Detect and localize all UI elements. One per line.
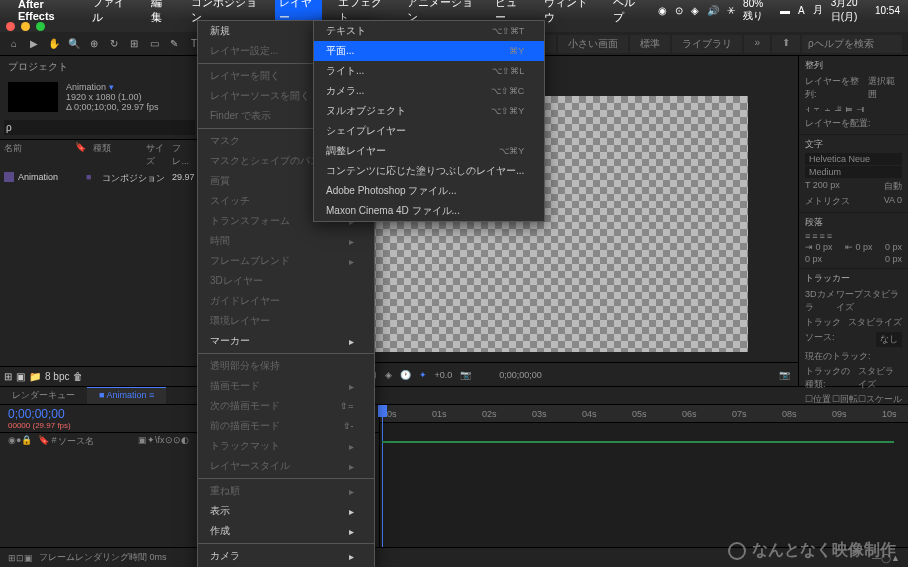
align-right-icon[interactable]: ⫠ [823,104,832,114]
font-dropdown[interactable]: Helvetica Neue [805,153,902,165]
workspace-small[interactable]: 小さい画面 [558,35,628,53]
volume-icon: 🔊 [707,5,719,16]
wifi-icon: ⊙ [675,5,683,16]
selection-tool-icon[interactable]: ▶ [26,36,42,52]
menu-file[interactable]: ファイル [88,0,135,27]
tl-mode-icon[interactable]: ▣ [24,553,33,563]
viewer-time[interactable]: 0;00;00;00 [499,370,542,380]
workspace-library[interactable]: ライブラリ [672,35,742,53]
menu-item[interactable]: 表示▸ [198,501,374,521]
submenu-item[interactable]: Maxon Cinema 4D ファイル... [314,201,544,221]
menu-item: 3Dレイヤー [198,271,374,291]
watermark: なんとなく映像制作 [728,540,896,561]
folder-icon[interactable]: ⊞ [4,371,12,382]
adjust-icon[interactable]: ✦ [419,370,427,380]
menu-item[interactable]: マーカー▸ [198,331,374,351]
transparency-icon[interactable]: ◈ [385,370,392,380]
new-folder-icon[interactable]: 📁 [29,371,41,382]
ime-icon: A [798,5,805,16]
maximize-icon[interactable] [36,22,45,31]
tab-animation[interactable]: ■ Animation ≡ [87,387,166,404]
comp-thumbnail[interactable] [8,82,58,112]
tl-graph-icon[interactable]: ⊡ [16,553,24,563]
submenu-item[interactable]: シェイプレイヤー [314,121,544,141]
justify-right-icon[interactable]: ≡ [820,231,825,241]
menu-item: 重ね順▸ [198,481,374,501]
camera-icon[interactable]: 📷 [779,370,790,380]
menu-item: 時間▸ [198,231,374,251]
align-bottom-icon[interactable]: ⫣ [856,104,865,114]
watermark-icon [728,542,746,560]
col-type[interactable]: 種類 [93,142,146,168]
minimize-icon[interactable] [21,22,30,31]
exposure[interactable]: +0.0 [435,370,453,380]
timecode-icon[interactable]: 🕐 [400,370,411,380]
submenu-item[interactable]: コンテンツに応じた塗りつぶしのレイヤー... [314,161,544,181]
pen-tool-icon[interactable]: ✎ [166,36,182,52]
new-comp-icon[interactable]: ▣ [16,371,25,382]
align-vcenter-icon[interactable]: ⫢ [845,104,854,114]
trash-icon[interactable]: 🗑 [73,371,83,382]
home-icon[interactable]: ⌂ [6,36,22,52]
align-panel-title: 整列 [805,59,902,72]
menu-item[interactable]: 作成▸ [198,521,374,541]
col-fr[interactable]: フレ... [172,142,195,168]
rotate-tool-icon[interactable]: ↻ [106,36,122,52]
menu-edit[interactable]: 編集 [147,0,175,27]
tracker-panel-title: トラッカー [805,272,902,285]
snapshot-icon[interactable]: 📷 [460,370,471,380]
submenu-item[interactable]: 調整レイヤー⌥⌘Y [314,141,544,161]
time: 10:54 [875,5,900,16]
tab-render-queue[interactable]: レンダーキュー [0,387,87,404]
menu-item: トラックマット▸ [198,436,374,456]
hand-tool-icon[interactable]: ✋ [46,36,62,52]
status-icon: ◉ [658,5,667,16]
submenu-item[interactable]: テキスト⌥⇧⌘T [314,21,544,41]
col-name[interactable]: 名前 [4,142,75,168]
submenu-item[interactable]: カメラ...⌥⇧⌘C [314,81,544,101]
submenu-item[interactable]: ヌルオブジェクト⌥⇧⌘Y [314,101,544,121]
frame-count: 00000 (29.97 fps) [8,421,71,430]
work-area-bar[interactable] [382,441,894,443]
align-hcenter-icon[interactable]: ⫟ [812,104,821,114]
menu-item: レイヤースタイル▸ [198,456,374,476]
justify-left-icon[interactable]: ≡ [805,231,810,241]
submenu-item[interactable]: 平面...⌘Y [314,41,544,61]
help-search[interactable]: ρ ヘルプを検索 [802,35,902,53]
align-top-icon[interactable]: ⫡ [834,104,843,114]
rect-tool-icon[interactable]: ▭ [146,36,162,52]
menu-item: フレームブレンド▸ [198,251,374,271]
menu-window[interactable]: ウィンドウ [540,0,597,27]
tracker-source-dropdown[interactable]: なし [876,332,902,347]
justify-full-icon[interactable]: ≡ [827,231,832,241]
timecode[interactable]: 0;00;00;00 [8,407,71,421]
close-icon[interactable] [6,22,15,31]
project-panel: プロジェクト Animation ▾ 1920 x 1080 (1.00) Δ … [0,56,200,386]
menu-item[interactable]: カメラ▸ [198,546,374,566]
submenu-item[interactable]: ライト...⌥⇧⌘L [314,61,544,81]
project-row[interactable]: Animation ■ コンポジション 29.97 [0,170,199,187]
orbit-tool-icon[interactable]: ⊕ [86,36,102,52]
timeline-tracks[interactable]: 00s 01s 02s 03s 04s 05s 06s 07s 08s 09s … [380,405,908,547]
time-ruler[interactable]: 00s 01s 02s 03s 04s 05s 06s 07s 08s 09s … [380,405,908,423]
menu-item: 描画モード▸ [198,376,374,396]
col-size[interactable]: サイズ [146,142,173,168]
char-panel-title: 文字 [805,138,902,151]
workspace-standard[interactable]: 標準 [630,35,670,53]
workspace-more-icon[interactable]: » [744,35,770,53]
playhead[interactable] [382,405,383,547]
bpc-label[interactable]: 8 bpc [45,371,69,382]
project-search[interactable]: ρ [4,120,195,135]
align-left-icon[interactable]: ⫞ [805,104,810,114]
tl-toggle-icon[interactable]: ⊞ [8,553,16,563]
col-source[interactable]: ソース名 [58,435,138,448]
submenu-item[interactable]: Adobe Photoshop ファイル... [314,181,544,201]
anchor-tool-icon[interactable]: ⊞ [126,36,142,52]
weight-dropdown[interactable]: Medium [805,166,902,178]
zoom-tool-icon[interactable]: 🔍 [66,36,82,52]
share-icon[interactable]: ⬆ [772,35,800,53]
timeline-panel: レンダーキュー ■ Animation ≡ 0;00;00;00 00000 (… [0,386,908,566]
menu-item: 透明部分を保持 [198,356,374,376]
menu-help[interactable]: ヘルプ [609,0,646,27]
justify-center-icon[interactable]: ≡ [812,231,817,241]
